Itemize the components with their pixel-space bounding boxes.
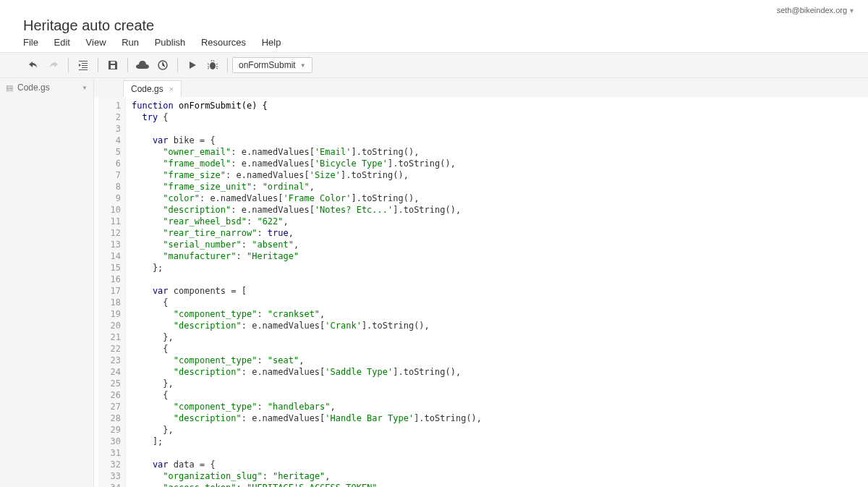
sidebar-file-item[interactable]: ▤Code.gs ▼ — [0, 78, 93, 97]
save-button[interactable] — [103, 56, 122, 75]
redo-button[interactable] — [44, 56, 63, 75]
menu-help[interactable]: Help — [262, 37, 281, 48]
project-title[interactable]: Heritage auto create — [23, 17, 861, 34]
undo-button[interactable] — [24, 56, 43, 75]
svg-point-1 — [210, 62, 216, 69]
document-icon: ▤ — [6, 83, 13, 93]
file-sidebar: ▤Code.gs ▼ — [0, 78, 94, 487]
toolbar: onFormSubmit▼ — [0, 52, 868, 78]
tab-code-gs[interactable]: Code.gs× — [123, 80, 182, 97]
chevron-down-icon: ▼ — [848, 7, 855, 14]
deploy-button[interactable] — [133, 56, 152, 75]
menu-bar: File Edit View Run Publish Resources Hel… — [23, 37, 861, 52]
debug-button[interactable] — [203, 56, 222, 75]
triggers-button[interactable] — [153, 56, 172, 75]
menu-file[interactable]: File — [23, 37, 38, 48]
editor-tabs: Code.gs× — [94, 78, 868, 97]
indent-button[interactable] — [74, 56, 93, 75]
menu-view[interactable]: View — [86, 37, 106, 48]
code-editor[interactable]: function onFormSubmit(e) { try { var bik… — [126, 97, 868, 487]
menu-run[interactable]: Run — [122, 37, 139, 48]
function-select[interactable]: onFormSubmit▼ — [232, 57, 312, 73]
menu-publish[interactable]: Publish — [155, 37, 186, 48]
menu-resources[interactable]: Resources — [201, 37, 246, 48]
chevron-down-icon: ▼ — [82, 85, 88, 91]
line-gutter: 1234567891011121314151617181920212223242… — [98, 97, 126, 487]
menu-edit[interactable]: Edit — [54, 37, 70, 48]
chevron-down-icon: ▼ — [300, 62, 306, 69]
run-button[interactable] — [183, 56, 202, 75]
user-account[interactable]: seth@bikeindex.org▼ — [7, 4, 861, 16]
close-icon[interactable]: × — [169, 85, 174, 93]
